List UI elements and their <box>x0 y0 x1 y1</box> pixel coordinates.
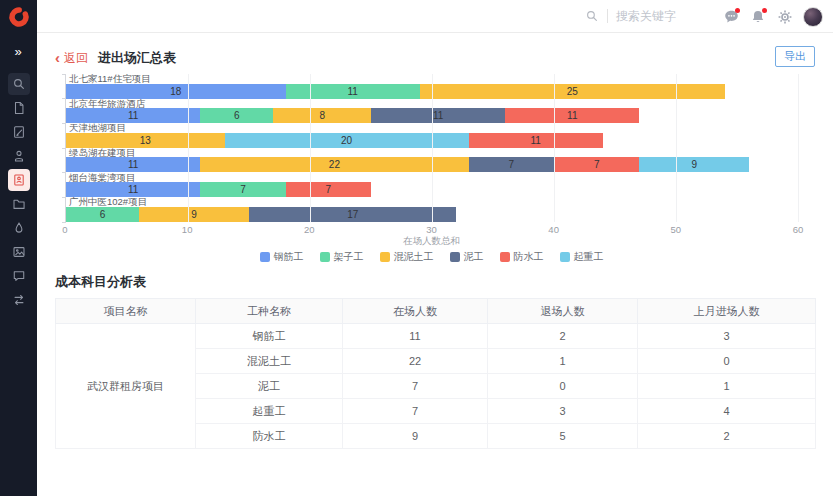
cell-project-name: 武汉群租房项目 <box>56 324 196 449</box>
search-input[interactable]: 搜索关键字 <box>616 8 676 25</box>
header-actions <box>722 0 823 33</box>
chart-gridline <box>310 74 311 222</box>
bar-segment[interactable]: 11 <box>371 108 505 123</box>
y-axis-tick <box>62 148 66 149</box>
bar-segment[interactable]: 13 <box>66 133 225 148</box>
chart-gridline <box>554 74 555 222</box>
notifications-button[interactable] <box>749 8 767 26</box>
x-tick-label: 50 <box>671 224 682 235</box>
sidebar-item-search[interactable] <box>8 73 30 95</box>
chart-xticks: 0102030405060 <box>65 222 798 235</box>
legend-item[interactable]: 混泥土工 <box>380 251 434 263</box>
legend-swatch <box>560 252 570 262</box>
sidebar-item-projects[interactable] <box>8 193 30 215</box>
settings-button[interactable] <box>776 8 794 26</box>
y-axis-tick <box>62 123 66 124</box>
table-row: 武汉群租房项目钢筋工1123 <box>56 324 816 349</box>
bar-segment[interactable]: 11 <box>66 182 200 197</box>
chart-plot: 北七家11#住宅项目181125北京年华旅游酒店11681111天津地湖项目13… <box>65 74 798 222</box>
bar-segment[interactable]: 18 <box>66 84 286 99</box>
chart-gridline <box>676 74 677 222</box>
transfer-icon <box>12 293 26 307</box>
sidebar-item-messages[interactable] <box>8 265 30 287</box>
top-header: 搜索关键字 <box>37 0 833 33</box>
cell-exited-count: 5 <box>488 424 638 449</box>
bar-segment[interactable]: 8 <box>273 108 371 123</box>
legend-swatch <box>260 252 270 262</box>
sidebar-item-documents[interactable] <box>8 97 30 119</box>
legend-item[interactable]: 起重工 <box>560 251 604 263</box>
bar-segment[interactable]: 25 <box>420 84 725 99</box>
app-window: » <box>0 0 833 496</box>
table-column-header: 项目名称 <box>56 299 196 324</box>
sidebar-expand-button[interactable]: » <box>14 44 22 59</box>
stacked-bar: 1177 <box>66 182 371 197</box>
global-search[interactable]: 搜索关键字 <box>585 8 676 25</box>
cost-analysis-table: 项目名称工种名称在场人数退场人数上月进场人数 武汉群租房项目钢筋工1123混泥土… <box>55 298 816 449</box>
sidebar-item-water[interactable] <box>8 217 30 239</box>
messages-button[interactable] <box>722 8 740 26</box>
table-header-row: 项目名称工种名称在场人数退场人数上月进场人数 <box>56 299 816 324</box>
bar-segment[interactable]: 11 <box>469 133 603 148</box>
bar-segment[interactable]: 7 <box>554 157 639 172</box>
bar-segment[interactable]: 11 <box>66 157 200 172</box>
search-icon <box>585 9 599 23</box>
sidebar-item-personnel[interactable] <box>8 145 30 167</box>
sidebar-item-entry-exit-active[interactable] <box>8 169 30 191</box>
bar-segment[interactable]: 11 <box>66 108 200 123</box>
bar-segment[interactable]: 11 <box>505 108 639 123</box>
cell-work-type: 起重工 <box>196 399 343 424</box>
legend-item[interactable]: 架子工 <box>320 251 364 263</box>
cell-onsite-count: 22 <box>343 349 488 374</box>
cell-work-type: 泥工 <box>196 374 343 399</box>
legend-item[interactable]: 防水工 <box>500 251 544 263</box>
bar-segment[interactable]: 7 <box>286 182 371 197</box>
bar-segment[interactable]: 7 <box>200 182 285 197</box>
bar-segment[interactable]: 17 <box>249 207 456 222</box>
export-button[interactable]: 导出 <box>775 46 815 67</box>
edit-file-icon <box>12 125 26 139</box>
cell-last-month-entered: 0 <box>638 349 816 374</box>
back-chevron-icon[interactable]: ‹ <box>55 49 60 67</box>
search-icon <box>12 77 26 91</box>
sidebar-item-media[interactable] <box>8 241 30 263</box>
sidebar: » <box>0 0 37 496</box>
legend-swatch <box>320 252 330 262</box>
sidebar-item-transfer[interactable] <box>8 289 30 311</box>
legend-item[interactable]: 泥工 <box>450 251 484 263</box>
legend-item[interactable]: 钢筋工 <box>260 251 304 263</box>
x-axis-title: 在场人数总和 <box>65 235 798 247</box>
bar-segment[interactable]: 6 <box>66 207 139 222</box>
y-axis-tick <box>62 172 66 173</box>
bar-segment[interactable]: 11 <box>286 84 420 99</box>
sidebar-nav <box>8 73 30 311</box>
bar-segment[interactable]: 22 <box>200 157 468 172</box>
chart-gridline <box>798 74 799 222</box>
sidebar-item-edit-report[interactable] <box>8 121 30 143</box>
chart-gridline <box>188 74 189 222</box>
back-button[interactable]: 返回 <box>64 50 88 67</box>
cell-onsite-count: 11 <box>343 324 488 349</box>
table-body: 武汉群租房项目钢筋工1123混泥土工2210泥工701起重工734防水工952 <box>56 324 816 449</box>
bar-segment[interactable]: 7 <box>469 157 554 172</box>
x-tick-label: 40 <box>548 224 559 235</box>
bar-segment[interactable]: 9 <box>139 207 249 222</box>
app-logo[interactable] <box>8 6 30 28</box>
user-audit-icon <box>12 149 26 163</box>
bar-segment[interactable]: 6 <box>200 108 273 123</box>
x-tick-label: 60 <box>793 224 804 235</box>
stacked-bar: 6917 <box>66 207 456 222</box>
user-avatar[interactable] <box>803 7 823 27</box>
table-title: 成本科目分析表 <box>55 273 833 291</box>
chat-icon <box>12 269 26 283</box>
stacked-bar: 181125 <box>66 84 725 99</box>
legend-label: 泥工 <box>464 250 484 264</box>
cell-exited-count: 3 <box>488 399 638 424</box>
entry-exit-record-icon <box>12 173 26 187</box>
bar-segment[interactable]: 9 <box>639 157 749 172</box>
x-tick-label: 30 <box>426 224 437 235</box>
file-icon <box>12 101 26 115</box>
droplet-icon <box>12 221 26 235</box>
table-column-header: 上月进场人数 <box>638 299 816 324</box>
gear-icon <box>777 9 793 25</box>
